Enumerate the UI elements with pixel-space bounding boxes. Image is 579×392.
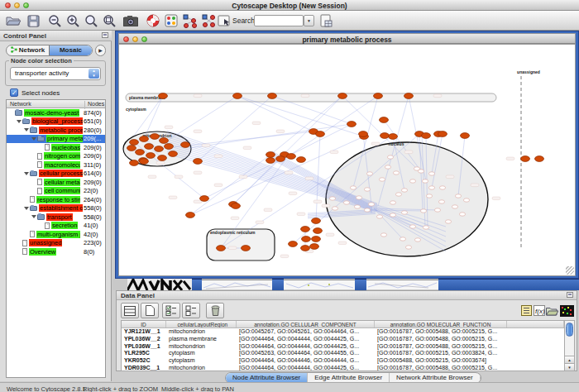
graph-node[interactable] (426, 194, 432, 198)
scroll-up-button[interactable]: ▲ (565, 356, 574, 363)
node-label[interactable] (243, 146, 251, 150)
function-builder-icon[interactable]: f(x) (533, 304, 545, 318)
graph-node[interactable] (276, 156, 285, 162)
node-label[interactable] (330, 151, 338, 154)
graph-node[interactable] (390, 213, 395, 217)
graph-node[interactable] (347, 122, 356, 127)
scrollbar-thumb[interactable] (566, 323, 573, 337)
graph-node[interactable] (452, 205, 457, 208)
unselect-attributes-icon[interactable] (182, 303, 200, 318)
graph-node[interactable] (356, 196, 361, 199)
node-label[interactable] (305, 177, 313, 180)
tree-row[interactable]: metabolic process280(0) (7, 126, 105, 135)
graph-node[interactable] (310, 244, 319, 250)
graph-node[interactable] (423, 226, 428, 229)
table-cell[interactable]: [GO:0044464, GO:0044446, GO:0044444, G..… (237, 357, 375, 365)
graph-node[interactable] (287, 154, 296, 160)
graph-node[interactable] (401, 189, 407, 192)
snapshot-icon[interactable] (122, 12, 139, 29)
graph-node[interactable] (379, 178, 385, 181)
graph-node[interactable] (385, 165, 390, 169)
table-cell[interactable]: YDR039C__1 (122, 365, 166, 371)
graph-node[interactable] (414, 238, 420, 241)
select-nodes-checkbox[interactable]: ✓ (10, 88, 18, 97)
node-label[interactable] (289, 192, 297, 195)
table-cell[interactable]: [GO:0005488, GO:0005215, GO:0003674] (375, 357, 507, 365)
tree-row-label[interactable]: unassigned (29, 239, 62, 246)
tree-row-label[interactable]: nucleobase-contain (51, 144, 80, 151)
node-label[interactable] (404, 151, 413, 154)
graph-node[interactable] (266, 152, 275, 158)
select-attributes-icon[interactable] (162, 303, 180, 318)
tree-header[interactable]: Network Nodes (7, 100, 105, 108)
help-lifering-icon[interactable] (145, 12, 161, 29)
tree-row[interactable]: primary metabolic proc209(... (7, 135, 105, 144)
graph-node[interactable] (151, 134, 160, 140)
table-cell[interactable]: [GO:0045267, GO:0045261, GO:0044464, G..… (237, 328, 375, 336)
graph-node[interactable] (232, 203, 241, 209)
graph-node[interactable] (343, 201, 349, 204)
node-label[interactable] (202, 144, 210, 147)
tree-row[interactable]: macromolecule311(0) (7, 160, 105, 170)
import-attributes-icon[interactable] (546, 304, 558, 318)
graph-node[interactable] (350, 186, 356, 189)
node-label[interactable] (338, 241, 347, 245)
tree-row-label[interactable]: cellular process (39, 170, 83, 177)
graph-node[interactable] (445, 220, 451, 223)
table-cell[interactable]: [GO:0044464, GO:0044444, GO:0044425, G..… (237, 365, 375, 371)
tree-row-label[interactable]: mosaic-demo-yeast (24, 109, 79, 117)
node-label[interactable] (446, 175, 454, 179)
tree-row[interactable]: secretion41(0) (7, 222, 105, 231)
new-document-icon[interactable] (141, 303, 159, 318)
graph-node[interactable] (140, 159, 149, 165)
graph-node[interactable] (301, 227, 310, 232)
tree-row[interactable]: response to stimulus264(0) (7, 195, 105, 204)
scroll-down-button[interactable]: ▼ (565, 363, 574, 370)
graph-node[interactable] (376, 215, 382, 218)
graph-node[interactable] (404, 93, 414, 99)
node-label[interactable] (297, 213, 305, 216)
node-label[interactable] (285, 171, 293, 174)
graph-node[interactable] (521, 156, 530, 162)
node-label[interactable] (433, 94, 442, 98)
search-input[interactable] (254, 15, 304, 26)
graph-node[interactable] (455, 194, 461, 198)
table-scrollbar[interactable]: ▲ ▼ (564, 320, 575, 371)
network-window-titlebar[interactable]: primary metabolic process (118, 33, 576, 44)
tab-mosaic[interactable]: Mosaic (49, 45, 92, 55)
zoom-in-icon[interactable] (65, 12, 81, 29)
table-cell[interactable]: YPL036W__2 (122, 336, 166, 343)
graph-node[interactable] (301, 246, 310, 251)
node-color-combobox[interactable]: transporter activity ▲▼ (10, 67, 101, 80)
table-cell[interactable]: mitochondrion (166, 343, 237, 351)
graph-node[interactable] (368, 203, 374, 206)
node-label[interactable] (169, 196, 177, 199)
node-label[interactable] (301, 94, 309, 98)
import-table-icon[interactable] (318, 12, 334, 29)
graph-node[interactable] (200, 196, 209, 202)
graph-node[interactable] (233, 93, 242, 99)
table-row[interactable]: YKR052Ccytoplasm[GO:0044464, GO:0044446,… (122, 357, 564, 365)
graph-node[interactable] (390, 201, 395, 204)
float-icon[interactable] (567, 292, 573, 298)
node-label[interactable] (313, 200, 322, 203)
graph-node[interactable] (127, 146, 136, 151)
expand-arrow-icon[interactable] (24, 207, 29, 210)
node-label[interactable] (471, 184, 479, 187)
graph-node[interactable] (194, 159, 203, 165)
zoom-fit-icon[interactable] (83, 12, 99, 29)
tree-row[interactable]: unassigned223(0) (7, 239, 105, 248)
vizmapper-icon[interactable] (163, 12, 179, 29)
graph-node[interactable] (428, 186, 434, 189)
graph-node[interactable] (422, 133, 431, 139)
float-icon[interactable] (102, 32, 108, 38)
node-label[interactable] (214, 155, 223, 158)
node-label[interactable] (194, 130, 202, 133)
table-cell[interactable]: [GO:0016787, GO:0005488, GO:0005215, G..… (375, 328, 507, 336)
graph-node[interactable] (354, 205, 360, 208)
tree-row-label[interactable]: nitrogen compoun (44, 152, 80, 160)
resize-grip[interactable] (566, 266, 574, 275)
graph-node[interactable] (366, 172, 372, 175)
graph-node[interactable] (165, 144, 174, 150)
column-header[interactable]: annotation.GO CELLULAR_COMPONENT (237, 321, 375, 327)
